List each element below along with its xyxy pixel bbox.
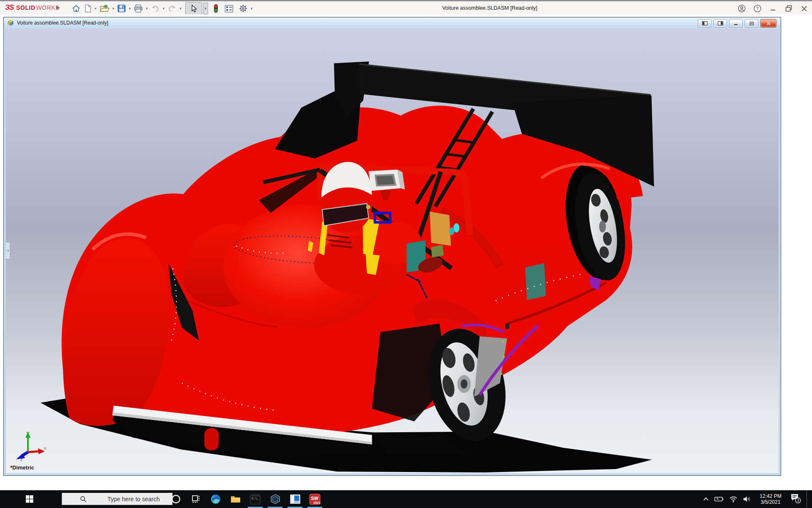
- properties-button[interactable]: [223, 3, 235, 14]
- triad-y-label: Y: [26, 431, 30, 436]
- undo-button[interactable]: [149, 3, 162, 14]
- minimize-button[interactable]: [765, 2, 781, 15]
- taskbar-blue-window-app[interactable]: [285, 490, 305, 508]
- redo-dropdown[interactable]: ▼: [178, 3, 183, 14]
- ds-logo-icon: ЗS: [5, 3, 14, 12]
- windows-taskbar: Type here to search C:\_: [0, 490, 812, 508]
- cmd-label: C:\_: [252, 497, 259, 500]
- home-button[interactable]: [70, 3, 82, 14]
- print-button[interactable]: [132, 3, 145, 14]
- gear-icon: [239, 4, 248, 13]
- view-orientation-label: *Dimetric: [10, 464, 34, 471]
- show-right-pane-button[interactable]: [713, 19, 727, 28]
- document-titlebar[interactable]: Voiture assomblee.SLDASM [Read-only]: [4, 17, 781, 28]
- restore-document-button[interactable]: [745, 19, 758, 28]
- assembly-document-icon: [7, 19, 14, 26]
- print-dropdown[interactable]: ▼: [145, 3, 149, 14]
- select-tool-button[interactable]: [185, 2, 202, 15]
- taskbar-solidworks[interactable]: SW2021: [305, 490, 325, 508]
- app-window-title: Voiture assomblee.SLDASM [Read-only]: [442, 5, 537, 11]
- redo-icon: [167, 5, 177, 12]
- teal-side-panel: [525, 263, 546, 300]
- graphics-viewport[interactable]: Y x z *Dimetric ◂: [6, 28, 779, 473]
- windows-logo-icon: [26, 495, 33, 503]
- svg-text:?: ?: [756, 6, 758, 11]
- minimize-document-button[interactable]: [729, 19, 743, 28]
- rebuild-button[interactable]: [211, 3, 220, 14]
- close-document-button[interactable]: [760, 19, 776, 28]
- featuremanager-collapse-tab[interactable]: ◂: [6, 242, 10, 259]
- cortana-icon: [171, 494, 181, 504]
- notification-count: 3: [797, 498, 799, 502]
- show-desktop-button[interactable]: [807, 490, 809, 508]
- battery-icon[interactable]: [714, 496, 724, 502]
- taskbar-file-explorer[interactable]: [225, 490, 245, 508]
- cyan-knob: [453, 223, 459, 232]
- triad-x-label: x: [44, 445, 47, 450]
- left-pane-icon: [702, 21, 708, 25]
- action-center-icon: 3: [790, 493, 801, 504]
- file-explorer-icon: [230, 494, 241, 504]
- splitter-support: [204, 428, 219, 450]
- edge-icon: [210, 494, 221, 505]
- taskbar-apps: C:\_ SW2021: [166, 490, 325, 508]
- account-icon: [738, 4, 746, 13]
- tray-chevron-icon[interactable]: [703, 497, 709, 501]
- brand-solid-text: SOLID: [16, 4, 35, 11]
- taskbar-command-prompt[interactable]: C:\_: [245, 490, 265, 508]
- options-button[interactable]: [237, 3, 250, 14]
- wifi-icon[interactable]: [729, 496, 738, 502]
- app-titlebar: ЗS SOLIDWORKS ▶ ▼ ▼ ▼ ▼: [0, 0, 812, 14]
- select-tool-dropdown[interactable]: ▼: [203, 3, 208, 14]
- save-icon: [117, 4, 126, 13]
- document-window-controls: [698, 19, 776, 28]
- save-button[interactable]: [115, 3, 128, 14]
- open-dropdown[interactable]: ▼: [111, 3, 115, 14]
- new-document-icon: [84, 4, 92, 13]
- undo-icon: [151, 5, 160, 12]
- quick-toolbar: ▼ ▼ ▼ ▼ ▼ ▼ ▼: [70, 1, 254, 16]
- car-model: [6, 28, 779, 473]
- home-icon: [71, 4, 81, 13]
- account-button[interactable]: [734, 2, 749, 15]
- volume-icon[interactable]: [743, 496, 751, 502]
- new-document-dropdown[interactable]: ▼: [93, 3, 98, 14]
- options-dropdown[interactable]: ▼: [250, 3, 254, 14]
- minimize-doc-icon: [734, 22, 738, 25]
- sw-label: SW: [311, 496, 318, 501]
- sw-year-label: 2021: [313, 501, 321, 505]
- help-icon: ?: [753, 4, 762, 13]
- save-dropdown[interactable]: ▼: [128, 3, 132, 14]
- start-button[interactable]: [19, 490, 40, 508]
- help-button[interactable]: ?: [749, 2, 765, 15]
- action-center-button[interactable]: 3: [790, 493, 801, 505]
- restore-button[interactable]: [781, 2, 796, 15]
- hexagon-app-icon: [270, 494, 281, 505]
- new-document-button[interactable]: [82, 3, 93, 14]
- tray-clock[interactable]: 12:42 PM 3/5/2021: [757, 493, 785, 505]
- solidworks-logo: ЗS SOLIDWORKS: [5, 3, 60, 12]
- close-icon: [801, 6, 807, 12]
- taskbar-edge[interactable]: [206, 490, 225, 508]
- taskbar-edrawings[interactable]: [265, 490, 285, 508]
- close-app-button[interactable]: [796, 2, 812, 15]
- open-button[interactable]: [98, 3, 111, 14]
- open-folder-icon: [99, 4, 110, 13]
- undo-dropdown[interactable]: ▼: [162, 3, 166, 14]
- mdi-workspace: Voiture assomblee.SLDASM [Read-only]: [0, 14, 812, 490]
- command-prompt-icon: C:\_: [250, 494, 261, 505]
- redo-button[interactable]: [166, 3, 178, 14]
- taskbar-cortana[interactable]: [166, 490, 186, 508]
- triad-axes: [16, 432, 45, 459]
- task-view-icon: [191, 494, 201, 504]
- print-icon: [134, 4, 143, 13]
- app-window-controls: ?: [734, 1, 812, 16]
- taskbar-task-view[interactable]: [186, 490, 206, 508]
- properties-list-icon: [225, 5, 233, 13]
- side-port: [505, 323, 509, 329]
- tray-date: 3/5/2021: [757, 499, 785, 505]
- document-window: Voiture assomblee.SLDASM [Read-only]: [3, 17, 781, 476]
- menu-flyout-arrow[interactable]: ▶: [56, 5, 60, 10]
- show-left-pane-button[interactable]: [698, 19, 711, 28]
- taskbar-search-box[interactable]: Type here to search: [62, 493, 173, 505]
